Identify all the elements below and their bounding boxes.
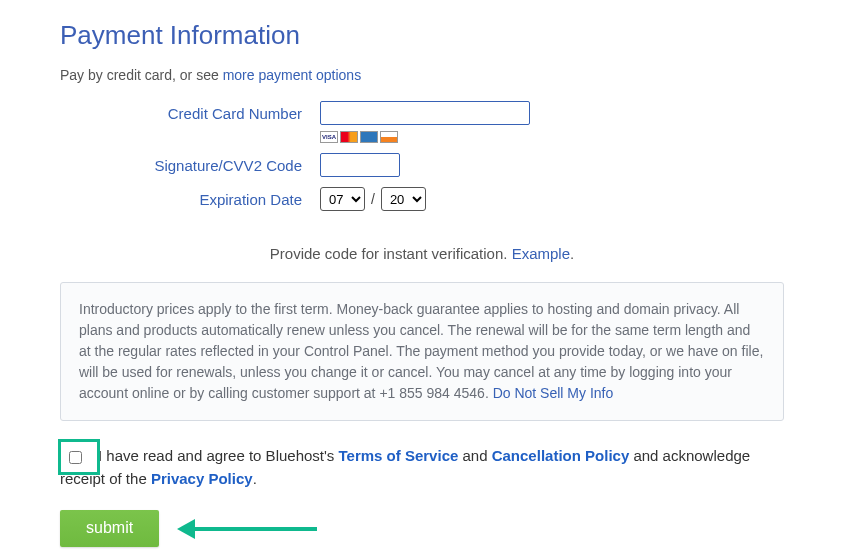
discover-icon	[380, 131, 398, 143]
agree-t1: I have read and agree to Bluehost's	[98, 447, 339, 464]
tos-link[interactable]: Terms of Service	[339, 447, 459, 464]
arrow-line	[189, 527, 317, 531]
card-icons: VISA	[320, 131, 784, 143]
mastercard-icon	[340, 131, 358, 143]
disclaimer-text: Introductory prices apply to the first t…	[79, 301, 763, 401]
agree-row: I have read and agree to Bluehost's Term…	[60, 445, 784, 490]
example-link[interactable]: Example	[512, 245, 570, 262]
amex-icon	[360, 131, 378, 143]
exp-month-select[interactable]: 07	[320, 187, 365, 211]
intro-prefix: Pay by credit card, or see	[60, 67, 223, 83]
verify-text: Provide code for instant verification. E…	[60, 245, 784, 262]
cc-input[interactable]	[320, 101, 530, 125]
privacy-link[interactable]: Privacy Policy	[151, 470, 253, 487]
cancellation-link[interactable]: Cancellation Policy	[492, 447, 630, 464]
exp-year-select[interactable]: 20	[381, 187, 426, 211]
submit-button[interactable]: submit	[60, 510, 159, 547]
exp-wrap: 07 / 20	[320, 187, 426, 211]
cvv-label: Signature/CVV2 Code	[60, 157, 320, 174]
exp-label: Expiration Date	[60, 191, 320, 208]
submit-row: submit	[60, 510, 784, 547]
visa-icon: VISA	[320, 131, 338, 143]
cc-label: Credit Card Number	[60, 105, 320, 122]
agree-t2: and	[458, 447, 491, 464]
cvv-row: Signature/CVV2 Code	[60, 153, 784, 177]
disclaimer-box: Introductory prices apply to the first t…	[60, 282, 784, 421]
exp-row: Expiration Date 07 / 20	[60, 187, 784, 211]
cvv-input[interactable]	[320, 153, 400, 177]
agree-checkbox[interactable]	[69, 451, 82, 464]
exp-separator: /	[371, 191, 375, 207]
verify-prefix: Provide code for instant verification.	[270, 245, 512, 262]
cc-row: Credit Card Number	[60, 101, 784, 125]
more-payment-options-link[interactable]: more payment options	[223, 67, 362, 83]
do-not-sell-link[interactable]: Do Not Sell My Info	[493, 385, 614, 401]
verify-suffix: .	[570, 245, 574, 262]
page-title: Payment Information	[60, 20, 784, 51]
arrow-annotation	[177, 521, 317, 537]
intro-text: Pay by credit card, or see more payment …	[60, 67, 784, 83]
agree-t4: .	[253, 470, 257, 487]
